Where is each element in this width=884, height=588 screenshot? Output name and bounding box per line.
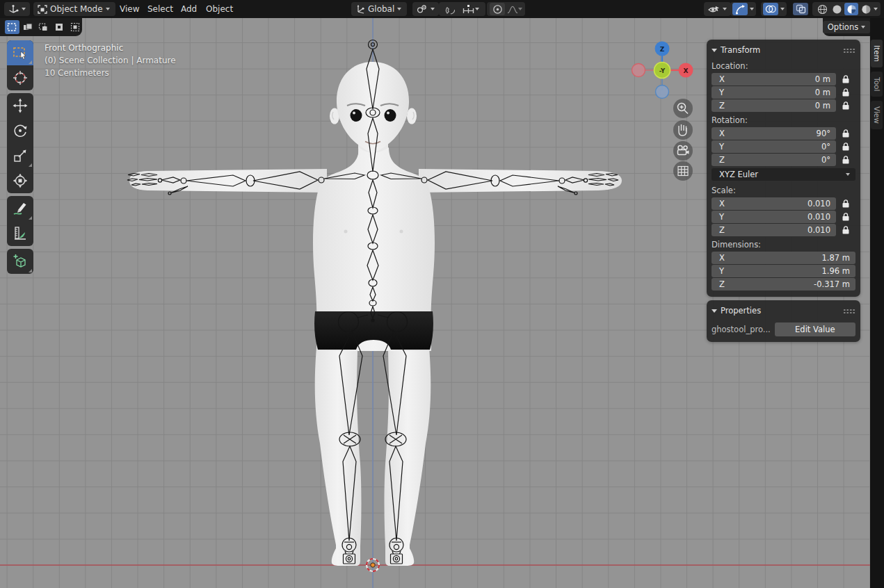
transform-panel-header[interactable]: Transform bbox=[712, 42, 855, 58]
annotate-pencil-icon bbox=[13, 201, 28, 216]
wireframe-sphere-icon bbox=[817, 4, 828, 15]
scale-z-lock-icon[interactable] bbox=[836, 226, 855, 234]
rotation-x-field[interactable]: X90° bbox=[712, 127, 836, 140]
sidebar-tab-strip: Item Tool View bbox=[870, 18, 884, 588]
shading-material-button[interactable] bbox=[844, 3, 858, 15]
scale-y-row: Y0.010 bbox=[712, 211, 855, 223]
tool-measure-button[interactable] bbox=[7, 221, 33, 246]
tab-view[interactable]: View bbox=[871, 101, 883, 129]
location-z-field[interactable]: Z0 m bbox=[712, 99, 836, 112]
proportional-falloff-dropdown[interactable] bbox=[507, 3, 522, 15]
show-gizmo-toggle[interactable] bbox=[732, 3, 748, 15]
overlays-dropdown[interactable] bbox=[780, 8, 785, 10]
tab-item[interactable]: Item bbox=[871, 40, 883, 67]
menu-add[interactable]: Add bbox=[175, 0, 202, 18]
drag-handle-icon[interactable] bbox=[843, 48, 855, 53]
navigation-gizmo[interactable]: Z X -Y bbox=[632, 42, 693, 99]
mode-dropdown[interactable]: Object Mode bbox=[33, 2, 115, 16]
shading-dropdown[interactable] bbox=[874, 8, 878, 10]
camera-view-button[interactable] bbox=[673, 141, 693, 161]
overlays-icon bbox=[765, 4, 776, 14]
gizmo-minus-x-ball[interactable] bbox=[632, 64, 645, 77]
scale-z-row: Z0.010 bbox=[712, 224, 855, 236]
location-x-field[interactable]: X0 m bbox=[712, 73, 836, 85]
scale-x-field[interactable]: X0.010 bbox=[712, 197, 836, 210]
dimensions-label: Dimensions: bbox=[712, 240, 855, 250]
scale-y-lock-icon[interactable] bbox=[836, 213, 855, 221]
magnet-icon bbox=[444, 4, 455, 15]
shading-rendered-button[interactable] bbox=[859, 3, 873, 15]
measure-icon bbox=[13, 226, 28, 241]
location-y-lock-icon[interactable] bbox=[836, 88, 855, 97]
pan-hand-button[interactable] bbox=[673, 120, 693, 140]
location-z-lock-icon[interactable] bbox=[836, 101, 855, 110]
options-button[interactable]: Options bbox=[823, 21, 870, 33]
select-mode-subtract-button[interactable] bbox=[36, 20, 51, 34]
active-object-label: (0) Scene Collection | Armature bbox=[45, 54, 176, 67]
properties-panel: Properties ghostool_pro... Edit Value bbox=[707, 300, 860, 342]
edit-value-button[interactable]: Edit Value bbox=[775, 322, 855, 336]
gizmo-z-ball[interactable]: Z bbox=[655, 42, 670, 56]
rotation-mode-dropdown[interactable]: XYZ Euler bbox=[712, 168, 855, 181]
shading-solid-button[interactable] bbox=[830, 3, 844, 15]
drag-handle-icon[interactable] bbox=[843, 309, 855, 313]
tool-add-primitive-button[interactable] bbox=[7, 249, 33, 274]
rotation-y-lock-icon[interactable] bbox=[836, 142, 855, 151]
rotation-y-field[interactable]: Y0° bbox=[712, 140, 836, 153]
viewport-nav-buttons bbox=[673, 99, 693, 181]
transform-orientation-dropdown[interactable]: Global bbox=[351, 2, 407, 16]
sidebar-n-panel: Transform Location: X0 m Y0 m Z0 m bbox=[707, 40, 860, 345]
select-mode-invert-button[interactable] bbox=[52, 20, 67, 34]
snap-pivot-button[interactable] bbox=[412, 2, 439, 16]
3d-viewport[interactable]: Options Front Orthographic (0) Scene Col… bbox=[0, 18, 870, 588]
gizmo-dropdown[interactable] bbox=[750, 8, 754, 10]
transform-icon bbox=[13, 173, 28, 188]
blender-window: Object Mode View Select Add Object Globa… bbox=[0, 0, 884, 588]
tool-cursor-button[interactable] bbox=[7, 65, 33, 90]
xray-toggle[interactable] bbox=[793, 3, 808, 15]
show-overlays-toggle[interactable] bbox=[763, 3, 778, 15]
view-name-label: Front Orthographic bbox=[45, 42, 176, 54]
panel-title: Transform bbox=[721, 45, 760, 55]
show-object-types-dropdown[interactable] bbox=[704, 2, 731, 16]
scale-z-field[interactable]: Z0.010 bbox=[712, 224, 836, 236]
rendered-sphere-icon bbox=[861, 4, 871, 15]
gizmo-minus-z-ball[interactable] bbox=[656, 85, 669, 99]
transform-panel: Transform Location: X0 m Y0 m Z0 m bbox=[707, 40, 860, 297]
location-y-field[interactable]: Y0 m bbox=[712, 86, 836, 99]
dimensions-z-field[interactable]: Z-0.317 m bbox=[712, 278, 855, 291]
zoom-button[interactable] bbox=[673, 99, 693, 118]
snap-magnet-toggle[interactable] bbox=[442, 3, 457, 15]
select-mode-extend-button[interactable] bbox=[21, 20, 35, 34]
select-mode-set-button[interactable] bbox=[5, 20, 19, 34]
select-mode-intersect-button[interactable] bbox=[67, 20, 82, 34]
tool-move-button[interactable] bbox=[7, 93, 33, 118]
tool-scale-button[interactable] bbox=[7, 143, 33, 168]
menu-view[interactable]: View bbox=[114, 0, 145, 18]
location-x-lock-icon[interactable] bbox=[836, 75, 855, 83]
tool-transform-button[interactable] bbox=[7, 168, 33, 193]
scale-x-lock-icon[interactable] bbox=[836, 199, 855, 208]
editor-type-button[interactable] bbox=[4, 2, 30, 16]
tool-rotate-button[interactable] bbox=[7, 118, 33, 143]
proportional-edit-toggle[interactable] bbox=[490, 3, 505, 15]
properties-panel-header[interactable]: Properties bbox=[712, 303, 855, 318]
tool-select-box-button[interactable] bbox=[7, 40, 33, 65]
ortho-grid-button[interactable] bbox=[673, 161, 693, 181]
gizmo-minus-y-ball[interactable]: -Y bbox=[654, 63, 670, 79]
rotation-x-lock-icon[interactable] bbox=[836, 129, 855, 138]
character-model[interactable] bbox=[129, 62, 622, 566]
scale-y-field[interactable]: Y0.010 bbox=[712, 211, 836, 223]
snap-settings-dropdown[interactable] bbox=[459, 3, 483, 15]
location-label: Location: bbox=[712, 61, 855, 71]
dimensions-y-field[interactable]: Y1.96 m bbox=[712, 265, 855, 277]
dimensions-x-field[interactable]: X1.87 m bbox=[712, 252, 855, 264]
gizmo-x-ball[interactable]: X bbox=[679, 63, 693, 78]
menu-select[interactable]: Select bbox=[142, 0, 179, 18]
tool-annotate-button[interactable] bbox=[7, 196, 33, 221]
shading-wireframe-button[interactable] bbox=[815, 3, 829, 15]
rotation-z-field[interactable]: Z0° bbox=[712, 154, 836, 166]
menu-object[interactable]: Object bbox=[200, 0, 239, 18]
rotation-z-lock-icon[interactable] bbox=[836, 156, 855, 164]
tab-tool[interactable]: Tool bbox=[871, 72, 883, 97]
